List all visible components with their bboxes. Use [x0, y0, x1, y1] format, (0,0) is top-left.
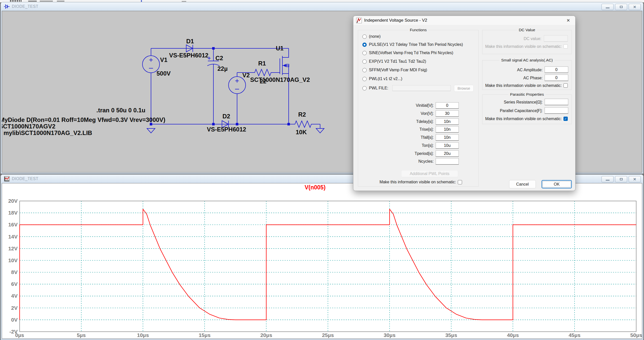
tran-directive[interactable]: .tran 0 50u 0 0.1u: [96, 107, 145, 114]
radio-icon[interactable]: [362, 35, 367, 39]
radio-option-sine[interactable]: SINE(Voffset Vamp Freq Td Theta Phi Ncyc…: [362, 50, 453, 55]
clipped-tab-icon: [10, 0, 22, 2]
radio-option-label: EXP(V1 V2 Td1 Tau1 Td2 Tau2): [369, 59, 426, 64]
cancel-button[interactable]: Cancel: [509, 180, 536, 188]
restore-icon: [620, 6, 623, 8]
r2-ref-label[interactable]: R2: [298, 111, 306, 118]
clipped-tab-text-fragment: [182, 1, 186, 2]
c2-ref-label[interactable]: C2: [215, 55, 223, 61]
radio-option-pwl-file[interactable]: PWL FILE:: [362, 86, 388, 91]
radio-icon[interactable]: [362, 59, 367, 64]
r1-symbol: [254, 69, 272, 76]
trace-legend[interactable]: V(n005): [305, 184, 325, 191]
param-label-tdelay: Tdelay[s]:: [383, 119, 434, 124]
y-tick-label: 6V: [11, 281, 18, 287]
u1-ref-label[interactable]: U1: [276, 45, 284, 52]
v1-ref-label[interactable]: V1: [160, 56, 167, 63]
schematic-window-titlebar[interactable]: DIODE_TEST ✕: [1, 2, 643, 11]
ac-visible-checkbox[interactable]: ✓: [563, 83, 568, 88]
minimize-icon: [606, 180, 610, 181]
dc-value-group: DC Value: [482, 30, 572, 54]
param-input-vinitial[interactable]: [436, 102, 459, 109]
radio-icon[interactable]: [362, 77, 367, 81]
param-label-vinitial: Vinitial[V]:: [383, 103, 434, 108]
series-resistance-label: Series Resistance[Ω]:: [492, 100, 543, 105]
radio-option-exp[interactable]: EXP(V1 V2 Td1 Tau1 Td2 Tau2): [362, 59, 426, 64]
param-input-tdelay[interactable]: [436, 118, 459, 125]
param-input-tfall[interactable]: [436, 134, 459, 141]
series-resistance-input[interactable]: [545, 99, 568, 105]
clipped-tab-text-fragment: [57, 1, 64, 2]
restore-button[interactable]: [615, 176, 627, 182]
ok-button[interactable]: OK: [542, 180, 572, 188]
d1-ref-label[interactable]: D1: [186, 38, 194, 45]
c2-value-label[interactable]: 22µ: [217, 65, 228, 72]
additional-pwl-points-button[interactable]: Additional PWL Points: [401, 170, 458, 177]
clipped-tab-icon-fragment: [141, 0, 142, 2]
r2-value-label[interactable]: 10K: [296, 129, 307, 135]
u1-value-label[interactable]: SCT1000N170AG_V2: [250, 76, 310, 83]
close-icon: ✕: [633, 177, 636, 181]
model-directive[interactable]: MyDiode D(Ron=0.01 Roff=10Meg Vfwd=0.3V …: [2, 116, 165, 123]
r1-ref-label[interactable]: R1: [258, 60, 266, 67]
d2-ref-label[interactable]: D2: [222, 113, 230, 120]
waveform-document-icon: [4, 176, 10, 182]
radio-icon[interactable]: [362, 86, 367, 90]
radio-option-sffm[interactable]: SFFM(Voff Vamp Fcar MDI Fsig): [362, 67, 427, 73]
v2-ref-label[interactable]: V2: [242, 72, 250, 79]
param-label-von: Von[V]:: [383, 111, 434, 116]
ac-amplitude-input[interactable]: [545, 66, 568, 73]
radio-option-pwl[interactable]: PWL(t1 v1 t2 v2...): [362, 76, 402, 81]
param-input-ton[interactable]: [436, 142, 459, 149]
dc-value-input[interactable]: [544, 35, 568, 42]
schematic-document-icon: [4, 4, 10, 10]
param-input-trise[interactable]: [436, 126, 459, 133]
y-tick-label: 20V: [8, 198, 18, 204]
radio-icon[interactable]: [362, 68, 367, 72]
voltage-source-dialog: Independent Voltage Source - V2 ✕ Functi…: [353, 16, 576, 191]
dialog-titlebar[interactable]: Independent Voltage Source - V2: [353, 16, 575, 25]
waveform-chart[interactable]: 20V18V16V14V12V10V8V6V4V2V0V-2V0µs5µs10µ…: [2, 183, 642, 339]
close-button[interactable]: ✕: [629, 176, 641, 182]
radio-icon[interactable]: [362, 43, 367, 47]
param-input-tperiod[interactable]: [436, 150, 459, 157]
dialog-title: Independent Voltage Source - V2: [364, 18, 427, 23]
minimize-button[interactable]: [601, 4, 614, 10]
parasitic-visible-checkbox[interactable]: ✓: [563, 117, 568, 121]
schematic-window-title: DIODE_TEST: [12, 4, 38, 9]
functions-visible-checkbox[interactable]: ✓: [458, 180, 462, 184]
radio-option-label: (none): [369, 34, 381, 39]
parallel-capacitance-input[interactable]: [545, 107, 568, 114]
parasitic-visible-row: Make this information visible on schemat…: [469, 117, 568, 121]
lib-directive[interactable]: mylib\SCT1000N170AG_V2.LIB: [4, 129, 92, 136]
radio-option-pulse[interactable]: PULSE(V1 V2 Tdelay Trise Tfall Ton Perio…: [362, 42, 463, 47]
close-icon: ✕: [633, 5, 636, 9]
parallel-capacitance-label: Parallel Capacitance[F]:: [492, 109, 543, 113]
model2-directive[interactable]: SCT1000N170AGV2: [2, 123, 55, 130]
restore-button[interactable]: [615, 4, 627, 10]
d1-value-label[interactable]: VS-E5PH6012: [169, 52, 208, 59]
dialog-close-button[interactable]: ✕: [565, 18, 572, 23]
minimize-button[interactable]: [601, 176, 614, 182]
radio-option-label: SINE(Voffset Vamp Freq Td Theta Phi Ncyc…: [369, 51, 453, 55]
radio-option-none[interactable]: (none): [362, 34, 381, 39]
param-input-ncycles[interactable]: [436, 158, 459, 165]
wires[interactable]: [151, 48, 320, 128]
parasitic-caption: Parasitic Properties: [508, 92, 546, 97]
radio-option-label: PWL(t1 v1 t2 v2...): [369, 77, 402, 81]
ground-symbol: [147, 128, 155, 133]
v1-value-label[interactable]: 500V: [157, 70, 171, 77]
close-button[interactable]: ✕: [629, 4, 641, 10]
y-tick-label: 8V: [11, 269, 18, 275]
radio-option-label: PULSE(V1 V2 Tdelay Trise Tfall Ton Perio…: [369, 42, 463, 47]
d2-value-label[interactable]: VS-E5PH6012: [207, 126, 246, 133]
ac-phase-label: AC Phase:: [492, 76, 543, 80]
ac-phase-input[interactable]: [545, 75, 568, 81]
ac-visible-row: Make this information visible on schemat…: [469, 83, 568, 88]
dc-visible-checkbox[interactable]: ✓: [563, 44, 568, 49]
pwl-file-input[interactable]: [392, 85, 451, 91]
y-tick-label: 18V: [8, 210, 18, 216]
radio-icon[interactable]: [362, 51, 367, 55]
y-tick-label: 14V: [8, 234, 18, 240]
param-input-von[interactable]: [436, 110, 459, 117]
